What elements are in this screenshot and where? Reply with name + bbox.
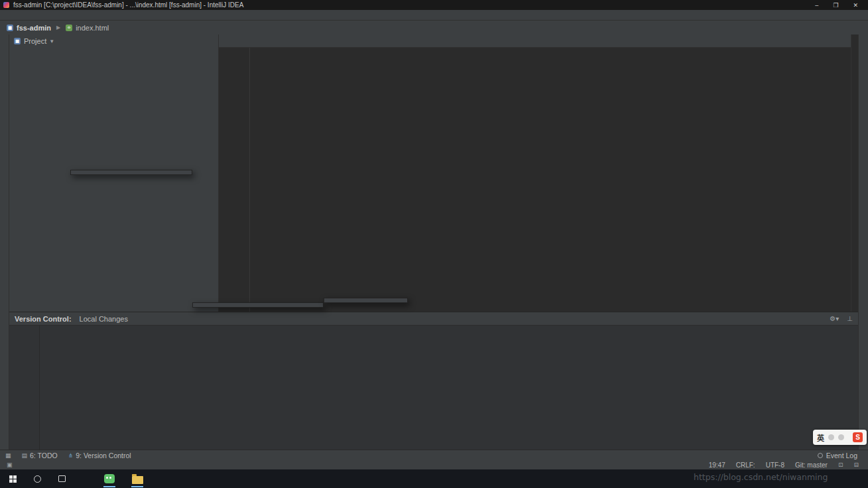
- git-submenu: [192, 302, 324, 308]
- encoding-widget[interactable]: UTF-8: [766, 461, 784, 469]
- html-file-icon: ‹›: [66, 25, 72, 31]
- todo-icon: ▤: [22, 452, 28, 459]
- version-control-body: [9, 326, 858, 450]
- tab-version-control[interactable]: ⋔ 9: Version Control: [68, 452, 131, 459]
- gear-icon[interactable]: ⚙▾: [830, 315, 839, 322]
- event-log-icon: [818, 453, 823, 458]
- status-bar: ▣ 19:47 CRLF: UTF-8 Git: master ⊡ ⊟: [0, 460, 868, 469]
- windows-taskbar: [0, 469, 868, 488]
- context-menu: [70, 170, 192, 175]
- project-panel-header: ▣ Project ▼: [9, 34, 218, 48]
- toolwindow-switcher-icon[interactable]: ▣: [7, 461, 13, 468]
- tab-todo[interactable]: ▤ 6: TODO: [22, 452, 58, 459]
- editor-tab-bar: [219, 34, 851, 48]
- ime-moon-icon[interactable]: [828, 434, 834, 440]
- line-ending-widget[interactable]: CRLF:: [736, 461, 755, 469]
- tool-window-bar: ▦ ▤ 6: TODO ⋔ 9: Version Control Event L…: [0, 450, 868, 460]
- editor: [219, 34, 851, 312]
- tab-local-changes[interactable]: Local Changes: [80, 315, 128, 323]
- caret-position[interactable]: 19:47: [709, 461, 725, 469]
- hide-panel-icon[interactable]: ⊥: [847, 315, 853, 322]
- version-control-toolbar: [9, 326, 40, 450]
- chevron-right-icon: ▶: [54, 25, 62, 30]
- minimize-button[interactable]: –: [815, 2, 818, 9]
- folder-icon: [132, 476, 143, 484]
- tool-window-quick-access[interactable]: ▦: [5, 452, 11, 459]
- code-area[interactable]: [219, 48, 851, 312]
- ime-keyboard-icon[interactable]: [838, 434, 844, 440]
- maximize-button[interactable]: ❐: [833, 2, 838, 9]
- navigation-bar: ▦ fss-admin ▶ ‹› index.html: [0, 21, 868, 34]
- sogou-ime-bar: 英 S: [813, 430, 867, 445]
- menu-bar: [0, 10, 868, 21]
- idea-logo-icon: [3, 2, 9, 8]
- breadcrumb: ▦ fss-admin ▶ ‹› index.html: [7, 24, 109, 32]
- ime-language-toggle[interactable]: 英: [817, 432, 824, 443]
- git-branch-widget[interactable]: Git: master: [795, 461, 828, 469]
- sogou-logo-icon[interactable]: S: [853, 432, 863, 442]
- vcs-icon: ⋔: [68, 452, 74, 459]
- editor-scrollbar[interactable]: [851, 34, 858, 312]
- title-bar: fss-admin [C:\project\IDEA\fss-admin] - …: [0, 0, 868, 10]
- wechat-icon: [104, 474, 115, 483]
- event-log-button[interactable]: Event Log: [818, 452, 863, 459]
- project-view-icon: ▣: [14, 38, 21, 44]
- close-button[interactable]: ✕: [853, 2, 858, 9]
- version-control-tool-window: Version Control: Local Changes ⚙▾ ⊥: [9, 312, 858, 450]
- breadcrumb-project[interactable]: fss-admin: [17, 24, 51, 32]
- version-control-header: Version Control: Local Changes ⚙▾ ⊥: [9, 312, 858, 326]
- right-tool-stripe: [858, 34, 868, 450]
- toolwindow-icon: ▦: [5, 452, 11, 459]
- intellij-idea-window: fss-admin [C:\project\IDEA\fss-admin] - …: [0, 0, 868, 488]
- taskbar-app-wechat[interactable]: [101, 470, 117, 487]
- start-button[interactable]: [9, 475, 17, 483]
- readonly-lock-icon[interactable]: ⊡: [838, 461, 843, 468]
- task-view-icon[interactable]: [58, 475, 66, 482]
- repository-submenu: [324, 298, 408, 303]
- cortana-search-icon[interactable]: [34, 475, 41, 483]
- left-tool-stripe: [0, 34, 9, 450]
- project-tree: [9, 48, 218, 49]
- breadcrumb-file[interactable]: index.html: [76, 24, 109, 32]
- window-title: fss-admin [C:\project\IDEA\fss-admin] - …: [13, 1, 243, 9]
- taskbar-app-explorer[interactable]: [129, 470, 145, 487]
- screen-reader-icon[interactable]: ⊟: [853, 461, 859, 468]
- version-control-title: Version Control:: [15, 315, 72, 323]
- project-panel-title[interactable]: Project: [24, 37, 46, 45]
- chevron-down-icon[interactable]: ▼: [49, 38, 54, 44]
- project-icon: ▦: [7, 25, 13, 31]
